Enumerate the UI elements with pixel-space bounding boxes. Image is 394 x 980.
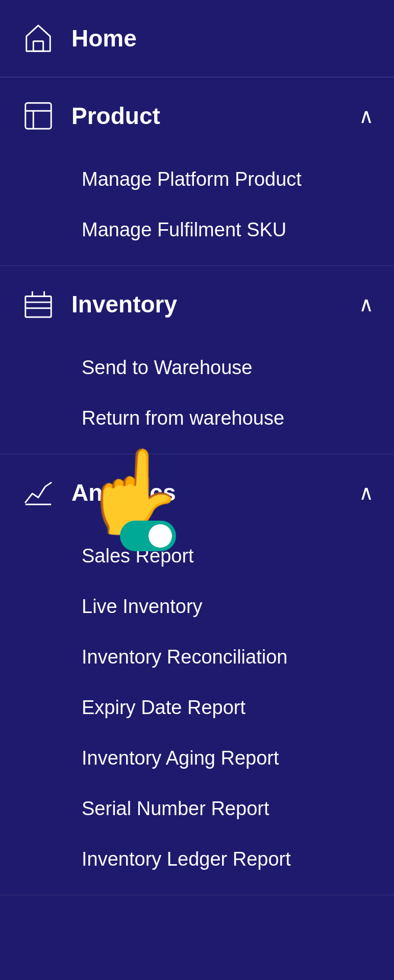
send-to-warehouse-item[interactable]: Send to Warehouse	[82, 342, 374, 393]
home-nav-item[interactable]: Home	[0, 0, 394, 77]
home-label: Home	[71, 24, 137, 52]
svg-rect-1	[26, 103, 51, 129]
analytics-nav-item[interactable]: Analytics ∧	[0, 454, 394, 531]
analytics-sub-items: Sales Report Live Inventory Inventory Re…	[0, 531, 394, 895]
svg-rect-4	[26, 297, 51, 317]
manage-platform-product-item[interactable]: Manage Platform Product	[82, 154, 374, 205]
inventory-nav-item[interactable]: Inventory ∧	[0, 266, 394, 342]
return-from-warehouse-item[interactable]: Return from warehouse	[82, 393, 374, 444]
nav-section-home: Home	[0, 0, 394, 78]
inventory-aging-report-item[interactable]: Inventory Aging Report	[82, 733, 374, 783]
manage-fulfilment-sku-item[interactable]: Manage Fulfilment SKU	[82, 205, 374, 255]
inventory-chevron: ∧	[359, 292, 374, 316]
nav-section-analytics: Analytics ∧ Sales Report Live Inventory …	[0, 454, 394, 895]
home-icon	[20, 20, 56, 56]
product-label: Product	[71, 102, 359, 130]
sidebar: Home Product ∧ Manage Platform Product M…	[0, 0, 394, 895]
analytics-label: Analytics	[71, 479, 359, 506]
live-inventory-item[interactable]: Live Inventory	[82, 581, 374, 632]
analytics-chevron: ∧	[359, 481, 374, 504]
inventory-icon	[20, 286, 56, 322]
expiry-date-report-item[interactable]: Expiry Date Report	[82, 682, 374, 733]
nav-section-product: Product ∧ Manage Platform Product Manage…	[0, 78, 394, 266]
product-chevron: ∧	[359, 104, 374, 128]
inventory-label: Inventory	[71, 290, 359, 318]
nav-section-inventory: Inventory ∧ Send to Warehouse Return fro…	[0, 266, 394, 454]
inventory-ledger-report-item[interactable]: Inventory Ledger Report	[82, 834, 374, 885]
serial-number-report-item[interactable]: Serial Number Report	[82, 783, 374, 834]
product-nav-item[interactable]: Product ∧	[0, 78, 394, 154]
product-icon	[20, 98, 56, 134]
svg-rect-0	[33, 41, 43, 51]
analytics-icon	[20, 475, 56, 510]
toggle-circle	[149, 524, 172, 548]
toggle-indicator	[120, 521, 176, 551]
inventory-reconciliation-item[interactable]: Inventory Reconciliation	[82, 632, 374, 682]
product-sub-items: Manage Platform Product Manage Fulfilmen…	[0, 154, 394, 265]
inventory-sub-items: Send to Warehouse Return from warehouse	[0, 342, 394, 454]
